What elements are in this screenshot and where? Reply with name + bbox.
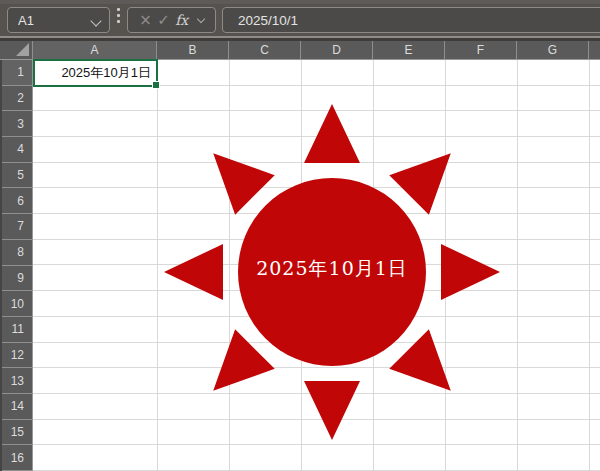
name-box[interactable]: A1 [7,7,110,33]
row-header-column: 1 2 3 4 5 6 7 8 9 10 11 12 13 14 15 16 [0,60,33,471]
column-header-row: A B C D E F G [0,41,600,60]
formula-input[interactable]: 2025/10/1 [222,7,600,33]
sun-ray [441,244,500,300]
column-header-a[interactable]: A [33,41,157,59]
row-header-4[interactable]: 4 [2,137,32,163]
row-header-8[interactable]: 8 [2,240,32,266]
row-header-9[interactable]: 9 [2,266,32,292]
column-header-c[interactable]: C [229,41,301,59]
row-header-14[interactable]: 14 [2,394,32,420]
sun-ray [389,329,470,410]
sun-ray [193,329,274,410]
enter-icon[interactable]: ✓ [157,13,170,28]
row-header-12[interactable]: 12 [2,343,32,369]
row-header-7[interactable]: 7 [2,214,32,240]
row-header-13[interactable]: 13 [2,368,32,394]
fill-handle[interactable] [152,81,160,89]
row-header-15[interactable]: 15 [2,420,32,446]
row-header-10[interactable]: 10 [2,291,32,317]
row-header-2[interactable]: 2 [2,86,32,112]
select-all-button[interactable] [0,41,33,59]
column-header-b[interactable]: B [157,41,229,59]
column-header-partial[interactable] [589,41,600,59]
insert-function-icon[interactable]: fx [175,12,188,28]
sun-ray [164,244,223,300]
formula-buttons-group: × ✓ fx [127,7,216,33]
formula-bar-chevron-icon[interactable] [196,14,204,22]
sun-shape[interactable]: 2025年10月1日 [162,92,502,444]
formula-bar: A1 × ✓ fx 2025/10/1 [0,0,600,36]
row-header-1[interactable]: 1 [2,60,32,86]
row-header-6[interactable]: 6 [2,188,32,214]
sun-ray [304,104,360,163]
row-header-16[interactable]: 16 [2,445,32,471]
column-header-g[interactable]: G [517,41,589,59]
name-box-value: A1 [18,13,34,28]
sun-ray [389,133,470,214]
select-all-triangle-icon [16,43,29,56]
selection-border [33,59,158,87]
row-header-3[interactable]: 3 [2,111,32,137]
row-header-11[interactable]: 11 [2,317,32,343]
formula-input-value: 2025/10/1 [238,13,298,28]
column-header-e[interactable]: E [373,41,445,59]
sun-shape-svg: 2025年10月1日 [162,92,502,444]
sun-ray [304,381,360,440]
column-header-f[interactable]: F [445,41,517,59]
more-options-icon[interactable] [117,14,120,17]
column-header-d[interactable]: D [301,41,373,59]
row-header-5[interactable]: 5 [2,163,32,189]
chevron-down-icon[interactable] [90,15,101,26]
cancel-icon[interactable]: × [139,13,152,28]
sun-ray [193,133,274,214]
sun-shape-label: 2025年10月1日 [256,257,408,279]
